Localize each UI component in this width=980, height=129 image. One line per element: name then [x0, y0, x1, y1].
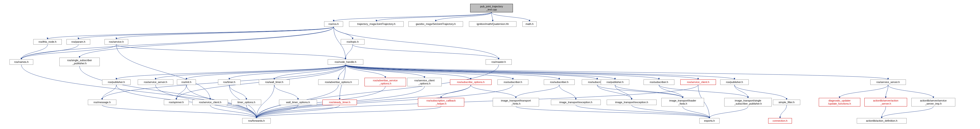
- node-ssp[interactable]: ros/single_subscriber_publisher.h: [59, 58, 100, 66]
- edge-nodeh-svcsrv2: [345, 65, 888, 79]
- node-svcsrv2[interactable]: ros/service_server.h: [870, 79, 906, 85]
- edge-walltimer-walltimeropt: [274, 85, 298, 99]
- edge-nodeh-init: [186, 65, 345, 79]
- node-svcclient2[interactable]: ros/service_client.h: [192, 99, 228, 105]
- node-thisnode[interactable]: ros/this_node.h: [33, 39, 62, 45]
- edge-subscr2-itexc1: [559, 85, 576, 99]
- edge-nodeh-svcsrv1: [156, 65, 345, 79]
- edge-thisnode-names: [21, 45, 48, 59]
- node-itexc2[interactable]: image_transport/exception.h: [607, 99, 657, 105]
- edge-nodeh-walltimer: [274, 65, 345, 79]
- edge-service-names: [21, 45, 116, 59]
- edge-itssp-exports: [710, 107, 748, 118]
- edge-simplefilter-connection: [780, 105, 787, 118]
- edge-actsrv-actdef: [882, 107, 886, 118]
- node-topic[interactable]: ros/topic.h: [341, 39, 364, 45]
- node-label-line: _helper.h: [436, 102, 446, 105]
- edge-svcsrv2-actsrv: [886, 85, 888, 98]
- edge-root-math: [492, 12, 530, 21]
- node-exports[interactable]: exports.h: [699, 118, 719, 124]
- node-param[interactable]: ros/param.h: [67, 39, 90, 45]
- node-math[interactable]: math.h: [522, 21, 537, 27]
- edge-subscr4-loaderfwds: [659, 85, 683, 98]
- node-label-line: /update_functions.h: [828, 102, 851, 105]
- edge-actsrvimp-actdef: [882, 107, 934, 118]
- node-label-line: actionlib/server/service: [920, 99, 947, 102]
- node-master[interactable]: ros/master.h: [485, 59, 512, 65]
- edge-pub3-itssp: [735, 85, 748, 98]
- node-label-line: _options.h: [379, 82, 391, 85]
- edge-pub2-itexc2: [615, 85, 632, 99]
- node-root[interactable]: pub_joint_trajectory_test.cpp: [470, 4, 513, 12]
- node-label-line: diagnostic_updater: [829, 99, 851, 102]
- node-label-line: _options.h: [418, 82, 431, 85]
- node-label-line: ros/service_client: [414, 79, 434, 82]
- node-advsvcopt[interactable]: ros/advertise_service_options.h: [364, 78, 406, 87]
- node-pub3[interactable]: ros/publisher.h: [720, 79, 749, 85]
- node-label-line: actionlib/server/action: [873, 99, 898, 102]
- edge-master-forwards: [256, 65, 499, 118]
- node-loaderfwds[interactable]: image_transport/loader_fwds.h: [661, 98, 704, 107]
- edge-subscr4-itssp: [659, 85, 748, 98]
- node-service[interactable]: ros/service.h: [105, 39, 128, 45]
- edge-steadytimer-forwards: [256, 105, 340, 118]
- node-actsrvimp[interactable]: actionlib/server/service_server_imp.h: [912, 98, 955, 107]
- node-subopt[interactable]: ros/subscribe_options.h: [450, 79, 492, 85]
- node-diagupd[interactable]: diagnostic_updater/update_functions.h: [819, 98, 860, 107]
- edge-svcsrv2-diagupd: [840, 85, 888, 98]
- edge-transhints-exports: [516, 107, 710, 118]
- edge-service-svcclient2: [116, 45, 210, 99]
- edge-subscr3-itexc2: [597, 85, 632, 99]
- node-label-line: _test.cpp: [486, 8, 497, 11]
- node-actdef[interactable]: actionlib/action_definition.h: [857, 118, 907, 124]
- node-spinner[interactable]: ros/spinner.h: [164, 99, 189, 105]
- edge-svcsrv2-actsrvimp: [888, 85, 934, 98]
- edge-subopt-transhints: [471, 85, 516, 98]
- node-timeropt[interactable]: timer_options.h: [232, 99, 261, 105]
- node-nodeh[interactable]: ros/node_handle.h: [328, 59, 363, 65]
- node-advopt[interactable]: ros/advertise_options.h: [318, 79, 359, 85]
- node-message[interactable]: ros/message.h: [88, 99, 116, 105]
- node-steadytimer[interactable]: ros/steady_timer.h: [323, 99, 357, 105]
- node-pub1[interactable]: ros/publisher.h: [102, 79, 130, 85]
- node-rosros[interactable]: ros/ros.h: [324, 21, 343, 27]
- node-subscr4[interactable]: ros/subscriber.h: [644, 79, 675, 85]
- node-subcbhelper[interactable]: ros/subscription_callback_helper.h: [418, 98, 464, 107]
- node-gazmsgs[interactable]: gazebo_msgs/SetJointTrajectory.h: [409, 21, 463, 27]
- node-actsrv[interactable]: actionlib/server/action_server.h: [864, 98, 907, 107]
- node-pub2[interactable]: ros/publisher.h: [601, 79, 629, 85]
- node-walltimeropt[interactable]: wall_timer_options.h: [279, 99, 317, 105]
- node-label-line: _server.h: [880, 102, 891, 105]
- node-label-line: _fwds.h: [678, 102, 687, 105]
- edge-timeropt-forwards: [247, 105, 257, 118]
- node-ignquat[interactable]: ignition/math/Quaternion.hh: [469, 21, 517, 27]
- node-walltimer[interactable]: ros/wall_timer.h: [259, 79, 290, 85]
- edge-pub1-message: [102, 85, 116, 99]
- node-timer[interactable]: ros/timer.h: [218, 79, 240, 85]
- node-svcclopt[interactable]: ros/service_client_options.h: [407, 78, 442, 87]
- node-svcclient[interactable]: ros/service_client.h: [680, 79, 716, 85]
- edge-root-gazmsgs: [436, 12, 492, 21]
- edge-message-forwards: [102, 105, 256, 118]
- node-svcsrv1[interactable]: ros/service_server.h: [138, 79, 173, 85]
- edge-nodeh-advsvcopt: [345, 65, 385, 78]
- node-forwards[interactable]: ros/forwards.h: [242, 118, 271, 124]
- node-transhints[interactable]: image_transport/transport_hints.h: [493, 98, 539, 107]
- edge-advsvcopt-forwards: [256, 87, 385, 118]
- edge-subscr2-transhints: [516, 85, 560, 98]
- node-subscr2[interactable]: ros/subscriber.h: [544, 79, 575, 85]
- node-connection[interactable]: connection.h: [768, 118, 792, 124]
- node-itssp[interactable]: image_transport/single_subscriber_publis…: [724, 98, 772, 107]
- edge-service-nodeh: [116, 45, 345, 59]
- edge-names-forwards: [21, 65, 256, 118]
- node-label-line: _hints.h: [511, 102, 520, 105]
- edge-walltimeropt-forwards: [256, 105, 298, 118]
- node-simplefilter[interactable]: simple_filter.h: [773, 99, 800, 105]
- node-names[interactable]: ros/names.h: [10, 59, 33, 65]
- node-subscr1[interactable]: ros/subscriber.h: [498, 79, 528, 85]
- edge-nodeh-subscr1: [345, 65, 513, 79]
- edge-nodeh-subscr2: [345, 65, 559, 79]
- node-trajmsgs[interactable]: trajectory_msgs/JointTrajectory.h: [349, 21, 404, 27]
- node-itexc1[interactable]: image_transport/exception.h: [551, 99, 601, 105]
- node-init[interactable]: ros/init.h: [177, 79, 196, 85]
